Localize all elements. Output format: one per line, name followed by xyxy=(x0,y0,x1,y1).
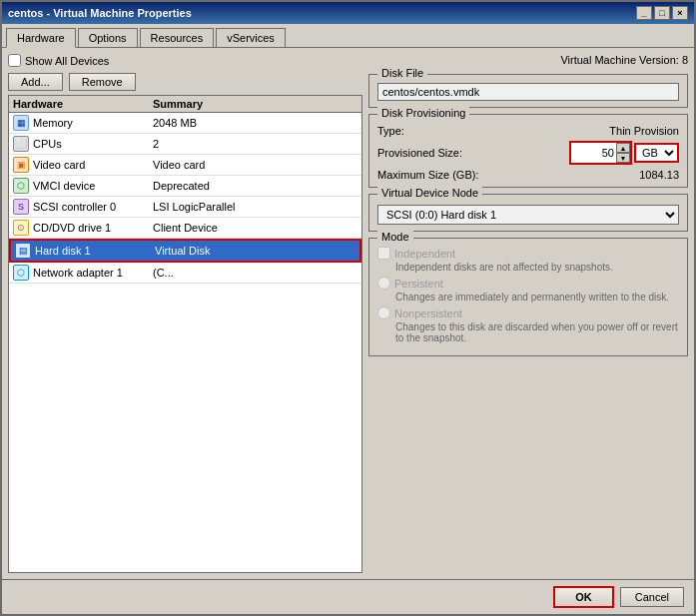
left-panel: Show All Devices Add... Remove Hardware … xyxy=(8,54,362,573)
show-all-label: Show All Devices xyxy=(25,55,109,67)
table-header: Hardware Summary xyxy=(9,96,361,113)
row-summary: (C... xyxy=(153,267,357,279)
provisioning-group: Disk Provisioning Type: Thin Provision P… xyxy=(368,114,688,188)
tab-hardware[interactable]: Hardware xyxy=(6,28,76,48)
close-button[interactable]: × xyxy=(672,6,688,20)
right-panel: Virtual Machine Version: 8 Disk File Dis… xyxy=(368,54,688,573)
row-name: CD/DVD drive 1 xyxy=(33,222,153,234)
row-name: SCSI controller 0 xyxy=(33,201,153,213)
row-summary: Virtual Disk xyxy=(155,245,355,257)
nonpersistent-radio[interactable] xyxy=(377,307,390,319)
independent-desc: Independent disks are not affected by sn… xyxy=(395,262,679,273)
row-summary: Video card xyxy=(153,159,357,171)
memory-icon: ▦ xyxy=(13,115,29,131)
max-size-row: Maximum Size (GB): 1084.13 xyxy=(377,169,679,181)
vmci-icon: ⬡ xyxy=(13,178,29,194)
device-actions: Add... Remove xyxy=(8,73,362,91)
vdev-node-group: Virtual Device Node SCSI (0:0) Hard disk… xyxy=(368,194,688,232)
independent-row: Independent xyxy=(377,247,679,260)
prov-size-row: Provisioned Size: ▲ ▼ GB MB TB xyxy=(377,141,679,165)
title-bar: centos - Virtual Machine Properties _ □ … xyxy=(2,2,694,24)
video-icon: ▣ xyxy=(13,157,29,173)
disk-file-group: Disk File xyxy=(368,74,688,108)
row-name: VMCI device xyxy=(33,180,153,192)
table-row[interactable]: ⊙ CD/DVD drive 1 Client Device xyxy=(9,218,361,239)
row-name: Video card xyxy=(33,159,153,171)
row-summary: 2 xyxy=(153,138,357,150)
hardware-table: Hardware Summary ▦ Memory 2048 MB ⬜ CPUs… xyxy=(8,95,362,573)
max-size-label: Maximum Size (GB): xyxy=(377,169,487,181)
type-row: Type: Thin Provision xyxy=(377,125,679,137)
mode-label: Mode xyxy=(377,231,413,243)
hdd-icon: ▤ xyxy=(15,243,31,259)
col-hardware-header: Hardware xyxy=(13,98,153,110)
bottom-bar: OK Cancel xyxy=(2,579,694,614)
title-bar-buttons: _ □ × xyxy=(636,6,688,20)
scsi-icon: S xyxy=(13,199,29,215)
row-summary: Client Device xyxy=(153,222,357,234)
prov-size-label: Provisioned Size: xyxy=(377,147,487,159)
tab-options[interactable]: Options xyxy=(78,28,138,47)
vm-version: Virtual Machine Version: 8 xyxy=(368,54,688,66)
disk-file-input[interactable] xyxy=(377,83,679,101)
size-spin-up[interactable]: ▲ xyxy=(616,143,630,153)
mode-group: Mode Independent Independent disks are n… xyxy=(368,238,688,356)
content-area: Show All Devices Add... Remove Hardware … xyxy=(2,48,694,579)
independent-label: Independent xyxy=(394,248,455,260)
persistent-label: Persistent xyxy=(394,278,443,290)
persistent-row: Persistent xyxy=(377,277,679,290)
row-summary: 2048 MB xyxy=(153,117,357,129)
row-summary: LSI LogicParallel xyxy=(153,201,357,213)
table-body: ▦ Memory 2048 MB ⬜ CPUs 2 ▣ Video card V… xyxy=(9,113,361,284)
table-row[interactable]: ⬜ CPUs 2 xyxy=(9,134,361,155)
size-spinner: ▲ ▼ xyxy=(616,143,630,163)
size-input-container: ▲ ▼ xyxy=(569,141,632,165)
persistent-radio[interactable] xyxy=(377,277,390,290)
remove-button[interactable]: Remove xyxy=(69,73,136,91)
restore-button[interactable]: □ xyxy=(654,6,670,20)
persistent-desc: Changes are immediately and permanently … xyxy=(395,292,679,303)
main-window: centos - Virtual Machine Properties _ □ … xyxy=(0,0,696,616)
window-title: centos - Virtual Machine Properties xyxy=(8,7,192,19)
nonpersistent-label: Nonpersistent xyxy=(394,308,462,319)
provisioned-size-input[interactable] xyxy=(571,146,616,160)
tab-resources[interactable]: Resources xyxy=(140,28,215,47)
row-name: CPUs xyxy=(33,138,153,150)
row-name: Hard disk 1 xyxy=(35,245,155,257)
table-row[interactable]: ⬡ VMCI device Deprecated xyxy=(9,176,361,197)
cancel-button[interactable]: Cancel xyxy=(620,587,684,607)
tab-bar: Hardware Options Resources vServices xyxy=(2,24,694,48)
net-icon: ⬡ xyxy=(13,265,29,281)
minimize-button[interactable]: _ xyxy=(636,6,652,20)
size-unit-select[interactable]: GB MB TB xyxy=(634,143,679,163)
show-all-checkbox[interactable] xyxy=(8,54,21,67)
nonpersistent-desc: Changes to this disk are discarded when … xyxy=(395,321,679,343)
type-label: Type: xyxy=(377,125,487,137)
vdev-node-select[interactable]: SCSI (0:0) Hard disk 1 xyxy=(377,205,679,225)
independent-checkbox[interactable] xyxy=(377,247,390,260)
ok-button[interactable]: OK xyxy=(553,586,614,608)
table-row[interactable]: ▤ Hard disk 1 Virtual Disk xyxy=(9,239,361,263)
cd-icon: ⊙ xyxy=(13,220,29,236)
table-row[interactable]: ⬡ Network adapter 1 (C... xyxy=(9,263,361,284)
nonpersistent-row: Nonpersistent xyxy=(377,307,679,319)
row-name: Network adapter 1 xyxy=(33,267,153,279)
row-name: Memory xyxy=(33,117,153,129)
table-row[interactable]: ▣ Video card Video card xyxy=(9,155,361,176)
type-value: Thin Provision xyxy=(487,125,679,137)
size-spin-down[interactable]: ▼ xyxy=(616,153,630,163)
tab-vservices[interactable]: vServices xyxy=(216,28,286,47)
col-summary-header: Summary xyxy=(153,98,357,110)
table-row[interactable]: S SCSI controller 0 LSI LogicParallel xyxy=(9,197,361,218)
provisioning-label: Disk Provisioning xyxy=(377,107,469,119)
disk-file-label: Disk File xyxy=(377,67,427,79)
max-size-value: 1084.13 xyxy=(487,169,679,181)
show-all-devices-row: Show All Devices xyxy=(8,54,362,67)
cpu-icon: ⬜ xyxy=(13,136,29,152)
row-summary: Deprecated xyxy=(153,180,357,192)
table-row[interactable]: ▦ Memory 2048 MB xyxy=(9,113,361,134)
vdev-node-label: Virtual Device Node xyxy=(377,187,482,199)
add-button[interactable]: Add... xyxy=(8,73,63,91)
